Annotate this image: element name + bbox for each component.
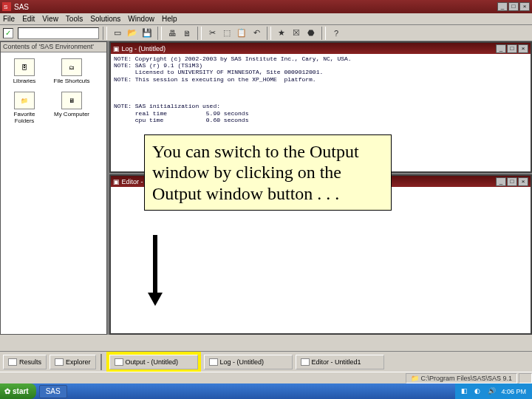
tutorial-callout: You can switch to the Output window by c… <box>144 134 392 211</box>
statusbar: 📁 C:\Program Files\SAS\SAS 9.1 <box>0 372 532 383</box>
tab-label: Log - (Untitled) <box>220 358 265 366</box>
separator <box>157 27 162 40</box>
system-tray: ◧ ◐ 🔊 4:06 PM <box>455 383 532 399</box>
save-icon[interactable]: 💾 <box>140 27 154 40</box>
libraries-icon: 🗄 <box>14 58 35 76</box>
paste-icon[interactable]: 📋 <box>235 27 248 40</box>
window-bar: Results Explorer Output - (Untitled) Log… <box>0 351 532 372</box>
break-icon[interactable]: ⬣ <box>304 27 318 40</box>
tab-output[interactable]: Output - (Untitled) <box>109 355 198 369</box>
windows-taskbar: ✿ start SAS ◧ ◐ 🔊 4:06 PM <box>0 383 532 399</box>
tab-results[interactable]: Results <box>3 355 47 369</box>
clear-icon[interactable]: ☒ <box>290 27 303 40</box>
cut-icon[interactable]: ✂ <box>205 27 219 40</box>
menu-view[interactable]: View <box>42 15 58 23</box>
menu-edit[interactable]: Edit <box>22 15 35 23</box>
tab-log[interactable]: Log - (Untitled) <box>204 355 293 369</box>
titlebar: S SAS _ □ × <box>0 0 532 13</box>
new-icon[interactable]: ▭ <box>111 27 124 40</box>
log-window-title: Log - (Untitled) <box>122 45 166 52</box>
document-icon: ▣ <box>113 178 120 185</box>
file-shortcuts-icon: 🗂 <box>61 58 82 76</box>
tab-explorer[interactable]: Explorer <box>50 355 96 369</box>
clock[interactable]: 4:06 PM <box>501 388 526 395</box>
document-icon: ▣ <box>113 45 120 52</box>
log-text[interactable]: NOTE: Copyright (c) 2002-2003 by SAS Ins… <box>111 54 531 125</box>
checkmark-icon[interactable]: ✓ <box>3 28 13 38</box>
favorite-folders-icon: 📁 <box>14 92 35 109</box>
results-icon <box>8 358 17 366</box>
tab-label: Results <box>19 358 41 366</box>
mdi-close-button[interactable]: × <box>518 44 528 53</box>
log-window-titlebar[interactable]: ▣ Log - (Untitled) _ □ × <box>111 43 531 54</box>
tray-icon[interactable]: ◐ <box>474 387 483 396</box>
explorer-item-my-computer[interactable]: 🖥 My Computer <box>52 92 91 124</box>
separator <box>321 27 326 40</box>
sas-application-window: S SAS _ □ × File Edit View Tools Solutio… <box>0 0 532 399</box>
menubar: File Edit View Tools Solutions Window He… <box>0 13 532 25</box>
command-input[interactable] <box>18 27 99 39</box>
explorer-pane: Contents of 'SAS Environment' 🗄 Librarie… <box>0 41 107 335</box>
menu-window[interactable]: Window <box>128 15 154 23</box>
print-preview-icon[interactable]: 🗎 <box>180 27 194 40</box>
tab-label: Editor - Untitled1 <box>312 358 361 366</box>
menu-file[interactable]: File <box>3 15 15 23</box>
app-title: SAS <box>14 3 29 11</box>
separator <box>267 27 271 40</box>
output-icon <box>115 358 123 366</box>
taskbar-item-label: SAS <box>46 387 61 395</box>
tab-editor[interactable]: Editor - Untitled1 <box>296 355 384 369</box>
app-icon: S <box>2 2 11 11</box>
menu-help[interactable]: Help <box>162 15 177 23</box>
highlight-box: Output - (Untitled) <box>106 352 201 372</box>
status-cell <box>519 373 532 383</box>
log-icon <box>209 358 218 366</box>
my-computer-icon: 🖥 <box>61 92 82 109</box>
separator <box>197 27 202 40</box>
mdi-close-button[interactable]: × <box>518 177 528 186</box>
explorer-heading: Contents of 'SAS Environment' <box>1 42 106 52</box>
svg-text:S: S <box>4 4 7 10</box>
copy-icon[interactable]: ⬚ <box>220 27 233 40</box>
explorer-item-label: File Shortcuts <box>54 78 90 84</box>
toolbar: ✓ ▭ 📂 💾 🖶 🗎 ✂ ⬚ 📋 ↶ ★ ☒ ⬣ ? <box>0 25 532 41</box>
open-icon[interactable]: 📂 <box>126 27 139 40</box>
start-button[interactable]: ✿ start <box>0 383 36 399</box>
status-path-text: C:\Program Files\SAS\SAS 9.1 <box>420 375 512 382</box>
tab-label: Output - (Untitled) <box>126 358 179 366</box>
help-icon[interactable]: ? <box>330 27 343 40</box>
mdi-maximize-button[interactable]: □ <box>507 177 517 186</box>
windows-logo-icon: ✿ <box>4 387 10 395</box>
callout-text: You can switch to the Output window by c… <box>152 142 359 203</box>
status-path: 📁 C:\Program Files\SAS\SAS 9.1 <box>406 373 517 383</box>
explorer-item-favorite-folders[interactable]: 📁 Favorite Folders <box>5 92 44 124</box>
undo-icon[interactable]: ↶ <box>250 27 263 40</box>
folder-icon: 📁 <box>411 375 419 382</box>
volume-icon[interactable]: 🔊 <box>488 387 497 396</box>
mdi-maximize-button[interactable]: □ <box>507 44 517 53</box>
print-icon[interactable]: 🖶 <box>166 27 179 40</box>
separator <box>103 27 107 40</box>
menu-solutions[interactable]: Solutions <box>90 15 120 23</box>
submit-icon[interactable]: ★ <box>275 27 288 40</box>
mdi-minimize-button[interactable]: _ <box>496 44 506 53</box>
explorer-item-label: Favorite Folders <box>5 111 44 124</box>
minimize-button[interactable]: _ <box>497 2 508 11</box>
explorer-item-label: My Computer <box>54 111 89 117</box>
maximize-button[interactable]: □ <box>508 2 519 11</box>
start-label: start <box>13 387 29 395</box>
separator <box>100 354 102 370</box>
explorer-item-file-shortcuts[interactable]: 🗂 File Shortcuts <box>52 58 91 84</box>
tray-icon[interactable]: ◧ <box>461 387 470 396</box>
mdi-minimize-button[interactable]: _ <box>496 177 506 186</box>
tab-label: Explorer <box>66 358 91 366</box>
close-button[interactable]: × <box>519 2 530 11</box>
editor-icon <box>301 358 310 366</box>
explorer-item-libraries[interactable]: 🗄 Libraries <box>5 58 44 84</box>
explorer-icon <box>55 358 64 366</box>
explorer-item-label: Libraries <box>13 78 36 84</box>
taskbar-item-sas[interactable]: SAS <box>39 385 67 398</box>
down-arrow-icon <box>148 235 163 309</box>
window-controls: _ □ × <box>497 2 530 11</box>
menu-tools[interactable]: Tools <box>66 15 83 23</box>
